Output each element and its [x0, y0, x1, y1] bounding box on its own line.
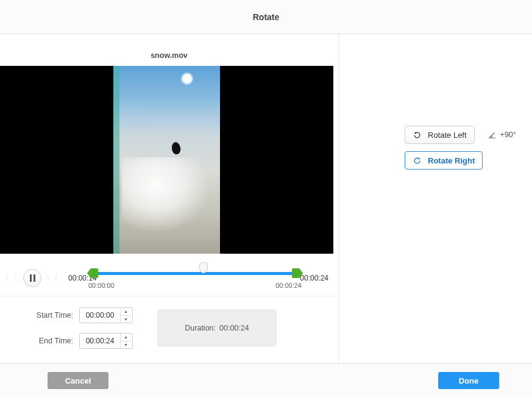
- dialog-title: Rotate: [253, 12, 280, 22]
- start-time-stepper[interactable]: ▲ ▼: [79, 307, 133, 323]
- range-end-label: 00:00:24: [275, 282, 302, 289]
- rotate-left-icon: [413, 131, 422, 140]
- drag-dots-left: ⋮⋮: [2, 274, 21, 282]
- end-time-up[interactable]: ▲: [121, 334, 131, 342]
- dialog-footer: Cancel Done: [0, 363, 532, 397]
- drag-dots-right: ⋮⋮: [44, 274, 62, 282]
- angle-indicator: +90°: [488, 131, 516, 139]
- pause-icon: [30, 274, 35, 282]
- progress-bar[interactable]: [96, 272, 294, 275]
- end-time-down[interactable]: ▼: [121, 342, 131, 349]
- play-pause-button[interactable]: [23, 269, 41, 287]
- rotate-right-button[interactable]: Rotate Right: [405, 151, 483, 170]
- playhead[interactable]: [199, 262, 208, 273]
- rotate-left-label: Rotate Left: [428, 131, 467, 140]
- dialog-header: Rotate: [0, 0, 532, 34]
- trim-handle-end[interactable]: [292, 268, 299, 278]
- angle-value: +90°: [500, 131, 516, 139]
- duration-label: Duration:: [185, 324, 216, 332]
- end-time-row: End Time: ▲ ▼: [32, 333, 133, 349]
- end-time-input[interactable]: [80, 336, 120, 346]
- video-frame: [113, 66, 220, 254]
- end-time-stepper[interactable]: ▲ ▼: [79, 333, 133, 349]
- angle-icon: [488, 131, 497, 139]
- video-preview[interactable]: [0, 66, 333, 254]
- trim-controls: Start Time: ▲ ▼ End Time: ▲: [0, 296, 338, 355]
- rotate-left-button[interactable]: Rotate Left: [405, 126, 475, 144]
- end-time-field-label: End Time:: [32, 337, 73, 345]
- range-labels: 00:00:00 00:00:24: [88, 282, 302, 289]
- rotate-right-icon: [413, 156, 422, 165]
- timeline-track[interactable]: 00:00:00 00:00:24: [88, 262, 302, 287]
- timeline: ⋮⋮ ⋮⋮ 00:00:14 00:00:00 00:00:24 00:00:2…: [0, 254, 338, 296]
- done-button[interactable]: Done: [438, 372, 499, 389]
- rotate-right-label: Rotate Right: [428, 156, 475, 165]
- rotate-controls: Rotate Left +90° Rotate Right: [339, 34, 532, 363]
- file-name-label: snow.mov: [0, 34, 338, 66]
- start-time-label: Start Time:: [32, 311, 73, 320]
- start-time-row: Start Time: ▲ ▼: [32, 307, 133, 323]
- duration-value: 00:00:24: [219, 324, 249, 332]
- main-area: snow.mov ⋮⋮ ⋮⋮ 00:00:14 00:00: [0, 34, 532, 363]
- preview-pane: snow.mov ⋮⋮ ⋮⋮ 00:00:14 00:00: [0, 34, 339, 363]
- range-start-label: 00:00:00: [88, 282, 115, 289]
- trim-handle-start[interactable]: [91, 268, 98, 278]
- cancel-button[interactable]: Cancel: [48, 372, 108, 389]
- start-time-up[interactable]: ▲: [121, 308, 131, 316]
- start-time-input[interactable]: [80, 310, 120, 320]
- duration-display: Duration: 00:00:24: [157, 309, 277, 347]
- start-time-down[interactable]: ▼: [121, 316, 131, 323]
